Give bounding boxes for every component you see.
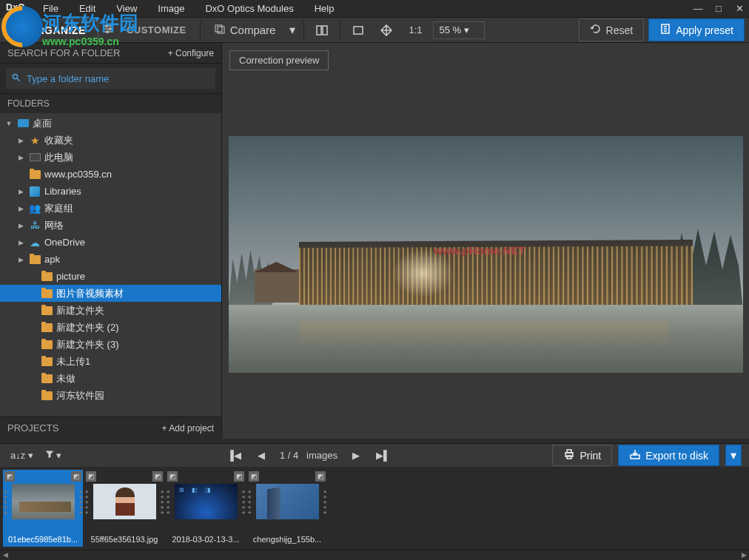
tree-item-label: OneDrive <box>44 237 85 248</box>
folder-search-box[interactable] <box>6 68 215 89</box>
nav-last-button[interactable]: ▶▌ <box>374 448 392 462</box>
search-input[interactable] <box>27 73 209 84</box>
menu-image[interactable]: Image <box>147 1 195 16</box>
tree-item-label: 未上传1 <box>56 355 90 368</box>
apply-preset-button[interactable]: Apply preset <box>648 18 745 41</box>
close-button[interactable]: ✕ <box>734 4 745 14</box>
tree-item-label: 图片音视频素材 <box>56 287 124 300</box>
tree-arrow-icon[interactable]: ▶ <box>16 256 25 263</box>
thumbnail[interactable]: ◩◩★★★★★★★★★★chengshijg_155b... <box>247 470 327 547</box>
tree-item[interactable]: ▶apk <box>0 251 221 268</box>
tree-item[interactable]: ▶☁OneDrive <box>0 234 221 251</box>
svg-rect-24 <box>567 450 571 453</box>
tree-item-label: 未做 <box>56 372 75 385</box>
tree-arrow-icon[interactable]: ▶ <box>16 222 25 229</box>
export-icon <box>629 448 641 462</box>
compare-button[interactable]: Compare <box>206 20 283 40</box>
maximize-button[interactable]: □ <box>713 4 724 14</box>
menu-view[interactable]: View <box>106 1 147 16</box>
tree-folder-icon: 👥 <box>28 203 41 215</box>
svg-rect-12 <box>215 25 222 32</box>
tree-item[interactable]: www.pc0359.cn <box>0 166 221 183</box>
tree-item[interactable]: 新建文件夹 (2) <box>0 319 221 336</box>
scroll-left-button[interactable]: ◀ <box>0 551 10 559</box>
preset-icon <box>659 23 671 37</box>
tree-arrow-icon[interactable]: ▶ <box>16 154 25 161</box>
filmstrip-scrollbar[interactable]: ◀ ▶ <box>0 550 749 559</box>
tree-item[interactable]: ▼桌面 <box>0 115 221 132</box>
svg-rect-1 <box>9 24 12 27</box>
thumb-rating-right: ★★★★★ <box>241 489 246 515</box>
zoom-ratio-button[interactable]: 1:1 <box>403 21 428 38</box>
zoom-select[interactable]: 55 % ▾ <box>433 21 485 39</box>
menu-help[interactable]: Help <box>304 1 345 16</box>
filmstrip[interactable]: ◩◩★★★★★★★★★★01ebec5985e81b...◩◩★★★★★★★★★… <box>0 467 749 550</box>
menu-file[interactable]: File <box>33 1 69 16</box>
preview-canvas[interactable]: www.pHome.NET <box>222 78 749 439</box>
svg-rect-16 <box>354 27 363 34</box>
tree-arrow-icon[interactable]: ▶ <box>16 205 25 212</box>
minimize-button[interactable]: ― <box>693 4 703 14</box>
tree-folder-icon <box>16 118 30 129</box>
nav-next-button[interactable]: ▶ <box>351 448 361 462</box>
tree-item[interactable]: picture <box>0 268 221 285</box>
export-dropdown[interactable]: ▾ <box>725 445 742 466</box>
compare-dropdown[interactable]: ▾ <box>287 23 298 38</box>
thumb-badge-icon: ◩ <box>249 471 259 482</box>
thumb-badge-icon: ◩ <box>315 471 326 482</box>
tree-item-label: 新建文件夹 (2) <box>56 321 119 334</box>
tree-item[interactable]: ▶此电脑 <box>0 149 221 166</box>
menu-dxo-optics[interactable]: DxO Optics Modules <box>195 1 303 16</box>
add-project-link[interactable]: + Add project <box>162 423 214 434</box>
pan-button[interactable] <box>374 21 398 39</box>
tree-item[interactable]: ▶👥家庭组 <box>0 200 221 217</box>
tree-item[interactable]: 图片音视频素材 <box>0 285 221 302</box>
thumbnail[interactable]: ◩◩★★★★★★★★★★01ebec5985e81b... <box>3 470 83 547</box>
tree-item-label: 收藏夹 <box>44 134 73 147</box>
correction-preview-button[interactable]: Correction preview <box>229 50 329 70</box>
tree-folder-icon <box>28 152 41 163</box>
tree-arrow-icon[interactable]: ▶ <box>16 188 25 195</box>
compare-icon <box>214 23 226 37</box>
organize-icon <box>4 23 16 38</box>
tree-item[interactable]: 新建文件夹 (3) <box>0 336 221 353</box>
tree-item[interactable]: ▶Libraries <box>0 183 221 200</box>
svg-point-9 <box>105 24 107 27</box>
tree-arrow-icon[interactable]: ▼ <box>4 120 13 127</box>
split-view-button[interactable] <box>310 21 334 39</box>
folder-tree[interactable]: ▼桌面▶★收藏夹▶此电脑www.pc0359.cn▶Libraries▶👥家庭组… <box>0 113 221 416</box>
svg-point-11 <box>106 30 108 33</box>
tree-arrow-icon[interactable]: ▶ <box>16 239 25 246</box>
nav-first-button[interactable]: ▐◀ <box>226 448 243 462</box>
print-button[interactable]: Print <box>552 445 612 466</box>
scroll-right-button[interactable]: ▶ <box>739 551 749 559</box>
thumb-rating-left: ★★★★★ <box>3 489 7 515</box>
nav-prev-button[interactable]: ◀ <box>256 448 266 462</box>
sort-button[interactable]: a↓z ▾ <box>7 448 36 462</box>
thumb-rating-left: ★★★★★ <box>247 489 252 515</box>
thumb-filename: 55ff65e356193.jpg <box>84 533 164 547</box>
tree-item-label: 桌面 <box>33 117 52 130</box>
fit-button[interactable] <box>346 21 370 39</box>
thumb-badge-icon: ◩ <box>86 471 96 482</box>
tree-item[interactable]: 未做 <box>0 370 221 387</box>
customize-tab[interactable]: CUSTOMIZE <box>119 21 194 38</box>
reset-button[interactable]: Reset <box>579 18 645 41</box>
tree-folder-icon: 🖧 <box>28 220 41 232</box>
tree-item[interactable]: 新建文件夹 <box>0 302 221 319</box>
tree-item[interactable]: 未上传1 <box>0 353 221 370</box>
thumb-filename: 2018-03-02-13-3... <box>166 533 246 547</box>
search-section-header: SEARCH FOR A FOLDER + Configure <box>0 43 221 64</box>
tree-arrow-icon[interactable]: ▶ <box>16 137 25 144</box>
tree-item[interactable]: ▶🖧网络 <box>0 217 221 234</box>
tree-item[interactable]: ▶★收藏夹 <box>0 132 221 149</box>
export-button[interactable]: Export to disk <box>618 445 719 466</box>
tree-folder-icon <box>40 339 53 351</box>
menu-edit[interactable]: Edit <box>69 1 106 16</box>
organize-tab[interactable]: ORGANIZE <box>21 21 93 39</box>
thumbnail[interactable]: ◩◩★★★★★★★★★★55ff65e356193.jpg <box>84 470 164 547</box>
configure-link[interactable]: + Configure <box>168 48 214 58</box>
tree-item[interactable]: 河东软件园 <box>0 387 221 404</box>
thumbnail[interactable]: ◩◩★★★★★★★★★★2018-03-02-13-3... <box>166 470 246 547</box>
filter-button[interactable]: ▾ <box>42 448 65 462</box>
